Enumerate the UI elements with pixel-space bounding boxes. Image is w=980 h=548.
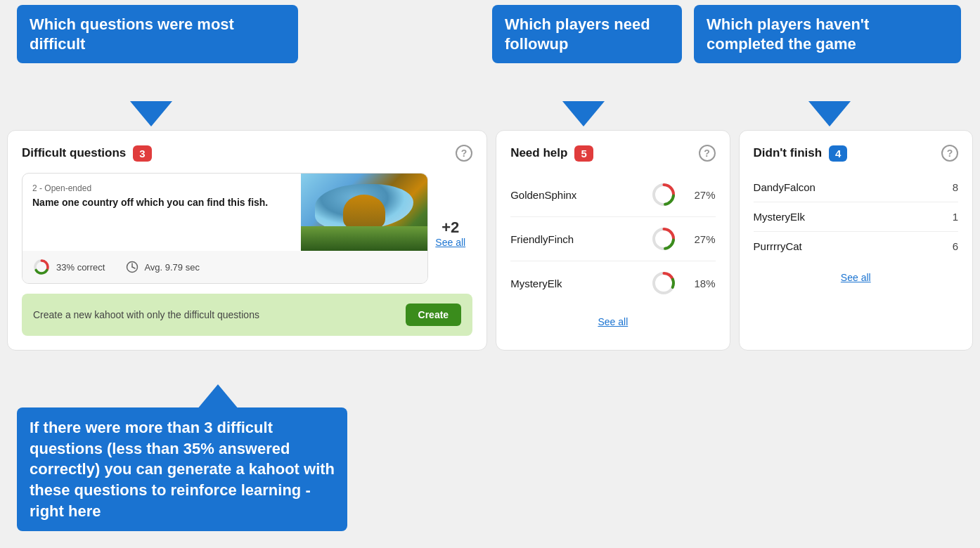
- question-content-row: 2 - Open-ended Name one country off whic…: [22, 173, 472, 294]
- didnt-finish-title-group: Didn't finish 4: [754, 145, 848, 162]
- cards-row: Difficult questions 3 ? 2 - Open-ended N…: [7, 130, 973, 351]
- player-name: MysteryElk: [510, 278, 643, 289]
- need-help-help-icon[interactable]: ?: [699, 145, 716, 162]
- more-container: +2 See all: [428, 211, 472, 255]
- need-help-see-all-container: See all: [510, 305, 715, 327]
- didnt-finish-see-all-container: See all: [754, 261, 958, 283]
- player-donut-2: [650, 226, 677, 252]
- tooltip-need-followup: Which players need followup: [492, 5, 682, 63]
- didnt-finish-badge: 4: [829, 145, 847, 162]
- list-item: FriendlyFinch 27%: [510, 217, 715, 261]
- player-score: 8: [937, 181, 958, 193]
- need-help-title-group: Need help 5: [510, 145, 593, 162]
- difficult-questions-header: Difficult questions 3 ?: [22, 145, 472, 162]
- didnt-finish-card: Didn't finish 4 ? DandyFalcon 8 MysteryE…: [739, 130, 973, 351]
- question-card: 2 - Open-ended Name one country off whic…: [22, 173, 428, 284]
- didnt-finish-title: Didn't finish: [754, 146, 823, 160]
- difficult-questions-title: Difficult questions: [22, 146, 126, 160]
- island-shape: [343, 195, 385, 230]
- player-score: 1: [937, 211, 958, 223]
- list-item: DandyFalcon 8: [754, 173, 958, 202]
- correct-donut: [32, 258, 51, 276]
- question-text-area: 2 - Open-ended Name one country off whic…: [22, 174, 301, 251]
- need-help-header: Need help 5 ?: [510, 145, 715, 162]
- player-donut-1: [650, 181, 677, 208]
- arrow-down-2: [562, 101, 605, 126]
- clock-icon: [126, 261, 138, 273]
- svg-line-5: [132, 267, 135, 268]
- avg-stat: Avg. 9.79 sec: [126, 261, 200, 273]
- list-item: MysteryElk 18%: [510, 261, 715, 305]
- arrow-down-3: [808, 101, 851, 126]
- player-percent: 27%: [684, 233, 716, 245]
- didnt-finish-help-icon[interactable]: ?: [941, 145, 958, 162]
- difficult-see-all-link[interactable]: See all: [435, 237, 465, 248]
- didnt-finish-header: Didn't finish 4 ?: [754, 145, 958, 162]
- difficult-questions-help-icon[interactable]: ?: [456, 145, 472, 162]
- page-wrapper: Which questions were most difficult Whic…: [0, 0, 980, 548]
- player-name: FriendlyFinch: [510, 233, 643, 245]
- question-image: [301, 174, 427, 251]
- difficult-questions-title-group: Difficult questions 3: [22, 145, 152, 162]
- plus-more: +2: [441, 218, 459, 237]
- player-name: GoldenSphinx: [510, 189, 643, 201]
- player-name: DandyFalcon: [754, 181, 937, 193]
- need-help-see-all[interactable]: See all: [510, 316, 715, 327]
- tooltip-bottom: If there were more than 3 difficult ques…: [17, 407, 347, 531]
- player-name: MysteryElk: [754, 211, 937, 223]
- list-item: MysteryElk 1: [754, 202, 958, 232]
- difficult-questions-card: Difficult questions 3 ? 2 - Open-ended N…: [7, 130, 487, 351]
- player-percent: 27%: [684, 189, 716, 201]
- need-help-card: Need help 5 ? GoldenSphinx 27%: [496, 130, 730, 351]
- correct-pct-label: 33% correct: [56, 262, 105, 273]
- player-donut-3: [650, 270, 677, 296]
- question-text: Name one country off which you can find …: [32, 196, 291, 210]
- tooltip-difficult-questions: Which questions were most difficult: [17, 5, 298, 63]
- arrow-down-1: [130, 101, 172, 126]
- avg-label: Avg. 9.79 sec: [144, 262, 200, 273]
- difficult-questions-badge: 3: [133, 145, 151, 162]
- player-score: 6: [937, 240, 958, 252]
- question-label: 2 - Open-ended: [32, 183, 291, 193]
- need-help-badge: 5: [574, 145, 593, 162]
- didnt-finish-see-all[interactable]: See all: [754, 272, 958, 283]
- question-stats: 33% correct Avg. 9.79 sec: [22, 251, 427, 283]
- player-name: PurrrryCat: [754, 240, 937, 252]
- arrow-up-bottom: [197, 384, 239, 410]
- tooltip-not-completed: Which players haven't completed the game: [694, 5, 961, 63]
- create-bar-text: Create a new kahoot with only the diffic…: [33, 309, 259, 320]
- create-bar: Create a new kahoot with only the diffic…: [22, 294, 472, 336]
- need-help-title: Need help: [510, 146, 567, 160]
- list-item: PurrrryCat 6: [754, 232, 958, 261]
- correct-stat: 33% correct: [32, 258, 105, 276]
- question-top: 2 - Open-ended Name one country off whic…: [22, 174, 427, 251]
- player-percent: 18%: [684, 278, 716, 289]
- didnt-finish-player-list: DandyFalcon 8 MysteryElk 1 PurrrryCat 6: [754, 173, 958, 261]
- create-button[interactable]: Create: [406, 304, 462, 326]
- list-item: GoldenSphinx 27%: [510, 173, 715, 217]
- need-help-player-list: GoldenSphinx 27% FriendlyFinch: [510, 173, 715, 305]
